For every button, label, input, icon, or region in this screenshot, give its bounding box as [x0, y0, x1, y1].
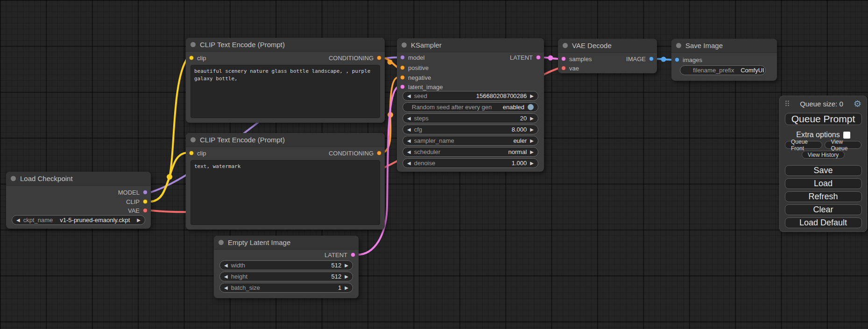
input-clip[interactable]: clip	[189, 148, 206, 158]
latent-port-icon[interactable]	[561, 56, 566, 61]
view-queue-button[interactable]: View Queue	[825, 141, 861, 149]
output-latent[interactable]: LATENT	[510, 53, 541, 62]
collapse-dot-icon[interactable]	[219, 240, 224, 245]
increment-arrow-icon[interactable]: ▶	[345, 274, 348, 279]
conditioning-port-icon[interactable]	[400, 75, 405, 80]
conditioning-port-icon[interactable]	[377, 151, 381, 155]
increment-arrow-icon[interactable]: ▶	[530, 161, 534, 166]
clip-port-icon[interactable]	[189, 56, 194, 60]
increment-arrow-icon[interactable]: ▶	[345, 263, 348, 268]
height-widget[interactable]: ◀ height 512 ▶	[219, 272, 353, 281]
latent-port-icon[interactable]	[400, 84, 405, 89]
output-conditioning[interactable]: CONDITIONING	[329, 148, 381, 158]
refresh-button[interactable]: Refresh	[785, 191, 862, 202]
input-model[interactable]: model	[400, 53, 424, 62]
input-images[interactable]: images	[675, 55, 702, 64]
vae-port-icon[interactable]	[143, 208, 148, 213]
node-title-bar[interactable]: Save Image	[671, 39, 777, 53]
queue-front-button[interactable]: Queue Front	[785, 141, 822, 149]
prompt-textarea[interactable]: text, watermark	[191, 160, 380, 225]
node-vae-decode[interactable]: VAE Decode samples vae IMAGE	[558, 39, 657, 73]
ckpt-name-widget[interactable]: ◀ ckpt_name v1-5-pruned-emaonly.ckpt ▶	[12, 215, 145, 225]
output-image[interactable]: IMAGE	[626, 54, 654, 63]
steps-widget[interactable]: ◀ steps 20 ▶	[402, 113, 538, 123]
node-clip-text-encode-positive[interactable]: CLIP Text Encode (Prompt) clip CONDITION…	[186, 38, 385, 123]
collapse-dot-icon[interactable]	[676, 43, 681, 48]
collapse-dot-icon[interactable]	[402, 42, 407, 48]
drag-handle-icon[interactable]	[785, 100, 790, 108]
node-title-bar[interactable]: Load Checkpoint	[6, 172, 151, 186]
node-title-bar[interactable]: CLIP Text Encode (Prompt)	[186, 133, 385, 147]
node-title-bar[interactable]: CLIP Text Encode (Prompt)	[186, 38, 385, 52]
random-seed-widget[interactable]: Random seed after every gen enabled	[402, 102, 538, 112]
sampler-name-widget[interactable]: ◀ sampler_name euler ▶	[402, 136, 538, 146]
node-save-image[interactable]: Save Image images filename_prefix ComfyU…	[671, 39, 777, 81]
load-default-button[interactable]: Load Default	[785, 217, 862, 228]
seed-widget[interactable]: ◀ seed 156680208700286 ▶	[402, 91, 538, 101]
decrement-arrow-icon[interactable]: ◀	[407, 150, 411, 154]
input-positive[interactable]: positive	[400, 63, 429, 72]
input-vae[interactable]: vae	[561, 63, 579, 73]
decrement-arrow-icon[interactable]: ◀	[224, 286, 228, 290]
node-title-bar[interactable]: VAE Decode	[558, 39, 657, 53]
vae-port-icon[interactable]	[561, 66, 566, 70]
increment-arrow-icon[interactable]: ▶	[530, 116, 534, 121]
input-latent-image[interactable]: latent_image	[400, 82, 443, 91]
collapse-dot-icon[interactable]	[191, 137, 196, 142]
latent-port-icon[interactable]	[536, 55, 541, 60]
conditioning-port-icon[interactable]	[400, 65, 405, 70]
toggle-icon[interactable]	[528, 104, 534, 110]
input-samples[interactable]: samples	[561, 54, 592, 63]
decrement-arrow-icon[interactable]: ◀	[224, 263, 228, 268]
graph-canvas[interactable]: Load Checkpoint MODEL CLIP VAE ◀ ckpt_na…	[0, 0, 868, 329]
load-button[interactable]: Load	[785, 178, 862, 189]
node-clip-text-encode-negative[interactable]: CLIP Text Encode (Prompt) clip CONDITION…	[186, 133, 385, 230]
view-history-button[interactable]: View History	[802, 151, 845, 159]
increment-arrow-icon[interactable]: ▶	[530, 150, 534, 154]
increment-arrow-icon[interactable]: ▶	[530, 139, 534, 143]
increment-arrow-icon[interactable]: ▶	[137, 218, 141, 223]
input-clip[interactable]: clip	[189, 53, 206, 63]
model-port-icon[interactable]	[143, 190, 148, 195]
node-empty-latent-image[interactable]: Empty Latent Image LATENT ◀ width 512 ▶ …	[214, 236, 359, 298]
output-latent[interactable]: LATENT	[325, 250, 355, 259]
output-vae[interactable]: VAE	[128, 206, 148, 215]
denoise-widget[interactable]: ◀ denoise 1.000 ▶	[402, 158, 538, 168]
decrement-arrow-icon[interactable]: ◀	[224, 274, 228, 279]
output-conditioning[interactable]: CONDITIONING	[329, 53, 381, 63]
queue-prompt-button[interactable]: Queue Prompt	[785, 113, 862, 125]
node-title-bar[interactable]: KSampler	[397, 38, 544, 52]
decrement-arrow-icon[interactable]: ◀	[407, 161, 411, 166]
increment-arrow-icon[interactable]: ▶	[345, 286, 348, 290]
clear-button[interactable]: Clear	[785, 204, 862, 215]
latent-port-icon[interactable]	[351, 252, 355, 257]
cfg-widget[interactable]: ◀ cfg 8.000 ▶	[402, 125, 538, 134]
node-title-bar[interactable]: Empty Latent Image	[214, 236, 359, 250]
model-port-icon[interactable]	[400, 55, 405, 60]
decrement-arrow-icon[interactable]: ◀	[16, 218, 20, 223]
decrement-arrow-icon[interactable]: ◀	[407, 139, 411, 143]
prompt-textarea[interactable]: beautiful scenery nature glass bottle la…	[191, 65, 380, 118]
image-port-icon[interactable]	[649, 56, 654, 61]
increment-arrow-icon[interactable]: ▶	[530, 127, 534, 132]
collapse-dot-icon[interactable]	[563, 43, 568, 48]
save-button[interactable]: Save	[785, 165, 862, 176]
decrement-arrow-icon[interactable]: ◀	[407, 127, 411, 132]
decrement-arrow-icon[interactable]: ◀	[407, 116, 411, 121]
filename-prefix-widget[interactable]: filename_prefix ComfyUI	[680, 65, 766, 75]
gear-icon[interactable]: ⚙	[854, 99, 861, 108]
batch-size-widget[interactable]: ◀ batch_size 1 ▶	[219, 283, 353, 293]
scheduler-widget[interactable]: ◀ scheduler normal ▶	[402, 147, 538, 157]
collapse-dot-icon[interactable]	[191, 42, 196, 47]
output-clip[interactable]: CLIP	[126, 197, 148, 206]
node-ksampler[interactable]: KSampler model positive negative latent_…	[397, 38, 544, 172]
conditioning-port-icon[interactable]	[377, 56, 381, 60]
node-load-checkpoint[interactable]: Load Checkpoint MODEL CLIP VAE ◀ ckpt_na…	[6, 172, 151, 229]
image-port-icon[interactable]	[675, 57, 679, 62]
clip-port-icon[interactable]	[143, 199, 148, 204]
increment-arrow-icon[interactable]: ▶	[530, 94, 534, 98]
extra-options-checkbox[interactable]	[843, 132, 850, 139]
collapse-dot-icon[interactable]	[11, 176, 16, 181]
input-negative[interactable]: negative	[400, 73, 431, 82]
clip-port-icon[interactable]	[189, 151, 194, 155]
